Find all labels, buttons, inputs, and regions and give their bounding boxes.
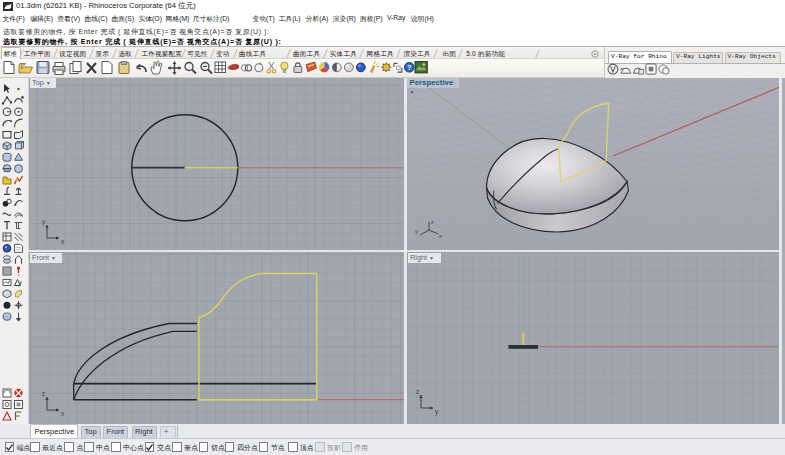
- svg-text:z: z: [416, 388, 419, 395]
- svg-text:z: z: [431, 219, 434, 225]
- svg-text:y: y: [415, 228, 418, 234]
- svg-text:x: x: [439, 233, 442, 239]
- svg-text:?: ?: [407, 63, 412, 72]
- svg-text:z: z: [42, 390, 45, 397]
